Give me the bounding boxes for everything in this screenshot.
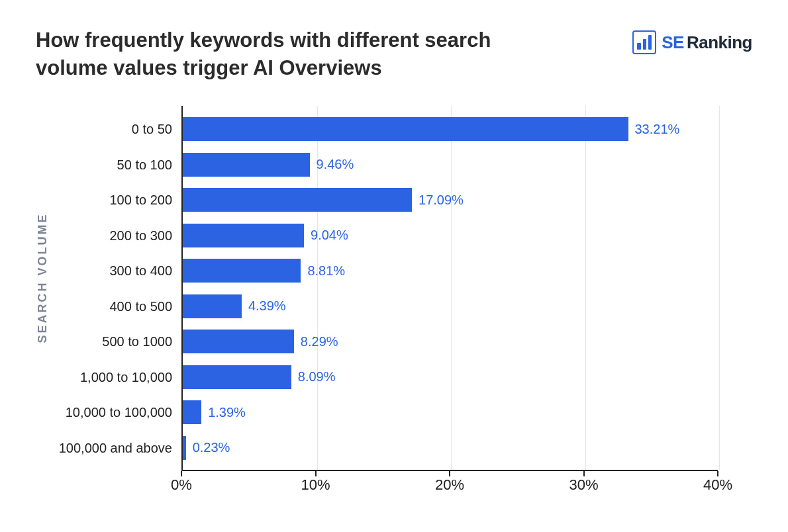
bar-row: 4.39% bbox=[183, 294, 286, 318]
x-tick-mark bbox=[181, 471, 182, 476]
grid-line bbox=[585, 106, 586, 470]
x-tick-mark bbox=[583, 471, 585, 476]
bar-row: 8.81% bbox=[183, 259, 345, 283]
bar-value-label: 9.04% bbox=[311, 228, 348, 243]
x-tick-label: 20% bbox=[435, 476, 464, 494]
bar bbox=[183, 436, 186, 460]
header: How frequently keywords with different s… bbox=[36, 26, 752, 82]
bar-value-label: 8.29% bbox=[301, 334, 338, 349]
x-tick-label: 30% bbox=[569, 476, 598, 494]
x-tick-label: 0% bbox=[171, 476, 192, 494]
bar-value-label: 1.39% bbox=[208, 405, 246, 420]
category-label: 400 to 500 bbox=[109, 298, 172, 314]
bar bbox=[183, 294, 242, 318]
bar-row: 17.09% bbox=[183, 188, 464, 212]
x-axis-ticks: 0%10%20%30%40% bbox=[181, 476, 718, 503]
bar-row: 33.21% bbox=[183, 117, 679, 141]
chart-title: How frequently keywords with different s… bbox=[36, 26, 526, 82]
bar-value-label: 33.21% bbox=[635, 122, 680, 137]
bar bbox=[183, 188, 412, 212]
bar bbox=[183, 224, 304, 247]
bar-value-label: 4.39% bbox=[248, 298, 286, 314]
brand-logo: SE Ranking bbox=[632, 30, 752, 54]
brand-text: SE Ranking bbox=[662, 32, 752, 53]
bar-value-label: 9.46% bbox=[317, 157, 354, 172]
bar-row: 9.04% bbox=[183, 224, 348, 247]
y-axis-title: SEARCH VOLUME bbox=[36, 212, 50, 343]
brand-ranking: Ranking bbox=[687, 32, 752, 53]
category-label: 300 to 400 bbox=[109, 263, 172, 279]
x-tick-mark bbox=[717, 471, 718, 476]
x-tick-mark bbox=[315, 471, 317, 476]
bar-value-label: 8.09% bbox=[298, 369, 336, 384]
bar-value-label: 17.09% bbox=[419, 193, 464, 208]
chart: SEARCH VOLUME 33.21%9.46%17.09%9.04%8.81… bbox=[40, 106, 755, 503]
bar-row: 8.29% bbox=[183, 330, 338, 353]
bar-value-label: 8.81% bbox=[307, 263, 345, 279]
category-label: 200 to 300 bbox=[109, 228, 172, 243]
x-tick-label: 10% bbox=[301, 476, 330, 494]
category-label: 500 to 1000 bbox=[102, 334, 172, 349]
category-label: 100 to 200 bbox=[109, 193, 172, 208]
plot-area: 33.21%9.46%17.09%9.04%8.81%4.39%8.29%8.0… bbox=[181, 106, 718, 471]
grid-line bbox=[719, 106, 720, 470]
bar bbox=[183, 259, 301, 283]
bar-row: 0.23% bbox=[183, 436, 230, 460]
x-tick-mark bbox=[449, 471, 450, 476]
category-label: 100,000 and above bbox=[59, 440, 172, 455]
bar bbox=[183, 117, 628, 141]
bar-row: 1.39% bbox=[183, 400, 246, 424]
category-label: 1,000 to 10,000 bbox=[80, 369, 172, 384]
category-label: 50 to 100 bbox=[117, 157, 172, 172]
bar-value-label: 0.23% bbox=[193, 440, 230, 455]
x-tick-label: 40% bbox=[703, 476, 732, 494]
grid-line bbox=[451, 106, 452, 470]
bar-row: 8.09% bbox=[183, 365, 336, 389]
bar bbox=[183, 400, 201, 424]
bar bbox=[183, 365, 291, 389]
bar-chart-icon bbox=[632, 30, 656, 54]
category-label: 10,000 to 100,000 bbox=[66, 405, 172, 420]
bar bbox=[183, 330, 294, 353]
bar-row: 9.46% bbox=[183, 153, 354, 177]
category-label: 0 to 50 bbox=[132, 122, 172, 137]
brand-se: SE bbox=[662, 32, 684, 53]
bar bbox=[183, 153, 310, 177]
